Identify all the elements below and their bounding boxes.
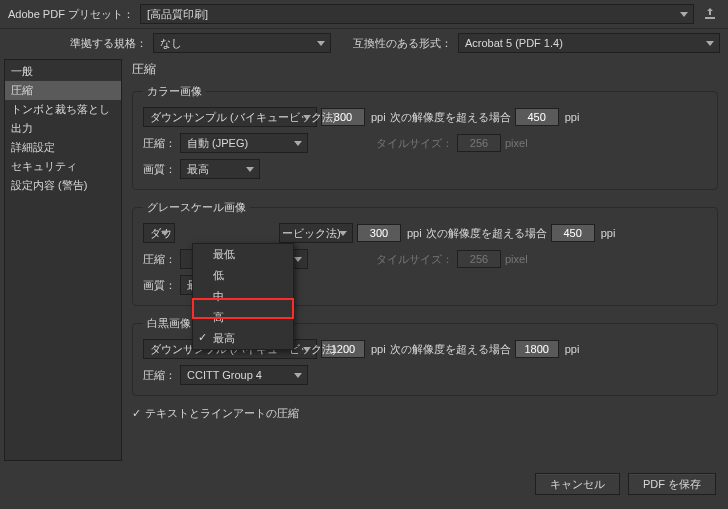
- header-compat-row: 準拠する規格： なし 互換性のある形式： Acrobat 5 (PDF 1.4): [0, 29, 728, 57]
- standard-select[interactable]: なし: [153, 33, 331, 53]
- sidebar: 一般 圧縮 トンボと裁ち落とし 出力 詳細設定 セキュリティ 設定内容 (警告): [4, 59, 122, 461]
- sidebar-item-compression[interactable]: 圧縮: [5, 81, 121, 100]
- gray-compress-label: 圧縮：: [143, 252, 176, 267]
- mono-compress-select[interactable]: CCITT Group 4: [180, 365, 308, 385]
- sidebar-item-advanced[interactable]: 詳細設定: [5, 138, 121, 157]
- gray-ppi1-input[interactable]: [357, 224, 401, 242]
- sidebar-item-marks[interactable]: トンボと裁ち落とし: [5, 100, 121, 119]
- color-tilesize-label: タイルサイズ：: [376, 136, 453, 151]
- legend-color: カラー画像: [143, 84, 206, 99]
- color-over-label: 次の解像度を超える場合: [390, 110, 511, 125]
- legend-mono: 白黒画像: [143, 316, 195, 331]
- color-downsample-value: ダウンサンプル (バイキュービック法): [150, 110, 336, 125]
- footer: キャンセル PDF を保存: [0, 463, 728, 509]
- ppi-label: ppi: [565, 343, 580, 355]
- color-quality-value: 最高: [187, 162, 209, 177]
- color-compress-select[interactable]: 自動 (JPEG): [180, 133, 308, 153]
- sidebar-item-security[interactable]: セキュリティ: [5, 157, 121, 176]
- quality-option-medium[interactable]: 中: [193, 286, 293, 307]
- save-button[interactable]: PDF を保存: [628, 473, 716, 495]
- quality-option-low[interactable]: 低: [193, 265, 293, 286]
- color-quality-label: 画質：: [143, 162, 176, 177]
- gray-quality-label: 画質：: [143, 278, 176, 293]
- preset-select-value: [高品質印刷]: [147, 7, 208, 22]
- gray-tilesize-label: タイルサイズ：: [376, 252, 453, 267]
- color-downsample-select[interactable]: ダウンサンプル (バイキュービック法): [143, 107, 317, 127]
- pixel-label: pixel: [505, 253, 528, 265]
- pixel-label: pixel: [505, 137, 528, 149]
- ppi-label: ppi: [371, 111, 386, 123]
- text-lineart-compress[interactable]: ✓ テキストとラインアートの圧縮: [132, 406, 718, 421]
- color-tilesize-input: [457, 134, 501, 152]
- quality-option-lowest[interactable]: 最低: [193, 244, 293, 265]
- mono-over-label: 次の解像度を超える場合: [390, 342, 511, 357]
- legend-gray: グレースケール画像: [143, 200, 250, 215]
- color-quality-select[interactable]: 最高: [180, 159, 260, 179]
- gray-downsample-select-left[interactable]: ダウ: [143, 223, 175, 243]
- quality-option-highest[interactable]: 最高: [193, 328, 293, 349]
- fieldset-color: カラー画像 ダウンサンプル (バイキュービック法) ppi 次の解像度を超える場…: [132, 84, 718, 190]
- quality-option-high[interactable]: 高: [193, 307, 293, 328]
- check-icon: ✓: [132, 407, 141, 420]
- ppi-label: ppi: [565, 111, 580, 123]
- compat-select[interactable]: Acrobat 5 (PDF 1.4): [458, 33, 720, 53]
- sidebar-item-output[interactable]: 出力: [5, 119, 121, 138]
- color-ppi2-input[interactable]: [515, 108, 559, 126]
- mono-compress-label: 圧縮：: [143, 368, 176, 383]
- ppi-label: ppi: [371, 343, 386, 355]
- standard-label: 準拠する規格：: [70, 36, 147, 51]
- main-panel: 圧縮 カラー画像 ダウンサンプル (バイキュービック法) ppi 次の解像度を超…: [122, 57, 728, 463]
- ppi-label: ppi: [407, 227, 422, 239]
- page-title: 圧縮: [132, 61, 718, 78]
- gray-over-label: 次の解像度を超える場合: [426, 226, 547, 241]
- gray-ppi2-input[interactable]: [551, 224, 595, 242]
- cancel-button[interactable]: キャンセル: [535, 473, 620, 495]
- standard-select-value: なし: [160, 36, 182, 51]
- quality-dropdown[interactable]: 最低 低 中 高 最高: [192, 243, 294, 350]
- color-compress-label: 圧縮：: [143, 136, 176, 151]
- preset-select[interactable]: [高品質印刷]: [140, 4, 694, 24]
- header-preset-row: Adobe PDF プリセット： [高品質印刷]: [0, 0, 728, 29]
- mono-ppi2-input[interactable]: [515, 340, 559, 358]
- gray-tilesize-input: [457, 250, 501, 268]
- compat-select-value: Acrobat 5 (PDF 1.4): [465, 37, 563, 49]
- sidebar-item-general[interactable]: 一般: [5, 62, 121, 81]
- text-lineart-label: テキストとラインアートの圧縮: [145, 406, 299, 421]
- compat-label: 互換性のある形式：: [353, 36, 452, 51]
- export-icon[interactable]: [700, 4, 720, 24]
- ppi-label: ppi: [601, 227, 616, 239]
- gray-downsample-select-right[interactable]: ービック法): [279, 223, 353, 243]
- preset-label: Adobe PDF プリセット：: [8, 7, 134, 22]
- color-compress-value: 自動 (JPEG): [187, 136, 248, 151]
- sidebar-item-summary[interactable]: 設定内容 (警告): [5, 176, 121, 195]
- mono-compress-value: CCITT Group 4: [187, 369, 262, 381]
